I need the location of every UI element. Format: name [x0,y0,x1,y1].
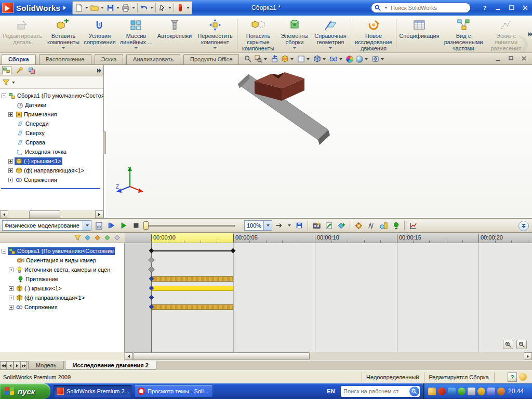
spring-button[interactable] [366,220,376,231]
tray-icon[interactable] [458,388,466,395]
tab-model[interactable]: Модель [28,361,64,370]
rebuild-button[interactable] [175,3,185,13]
tray-icon[interactable] [448,388,456,395]
study-type-combobox[interactable]: Физическое моделирование [2,220,91,231]
search-input[interactable] [391,5,467,11]
save-button[interactable] [105,3,115,13]
keypoint-icon[interactable] [149,248,154,254]
caret-icon[interactable] [339,58,342,60]
close-button[interactable] [522,4,529,11]
select-tool-button[interactable] [157,3,167,13]
edit-appearance-button[interactable] [345,54,354,64]
graphics-viewport[interactable]: Y Z [106,65,532,218]
timeline-row-assembly[interactable] [125,246,532,256]
ribbon-button-mates[interactable]: Условия сопряжения [82,16,117,52]
timeline-row-lights[interactable] [125,265,532,274]
playback-speed-combobox[interactable]: 100% [244,220,272,231]
solidworks-search-box[interactable] [371,3,471,13]
print-caret-icon[interactable] [132,7,135,9]
expand-toggle[interactable] [8,168,13,173]
language-indicator[interactable]: EN [324,388,338,394]
ribbon-button-new-motion-study[interactable]: Новое исследование движения [352,16,395,52]
timeline-row-mates[interactable] [125,302,532,312]
combo-caret-icon[interactable] [267,224,270,227]
filter-funnel-icon[interactable] [3,79,9,86]
dropdown-caret-icon[interactable] [292,47,297,49]
tray-icon[interactable] [497,388,505,395]
ribbon-button-show-hidden[interactable]: Погасить скрытые компоненты [238,16,278,52]
motion-item-orientation[interactable]: Ориентация и виды камер [0,256,124,265]
assembly-model[interactable] [234,68,338,148]
scroll-left-button[interactable] [0,210,8,218]
tree-item-top-plane[interactable]: Сверху [0,128,103,138]
undo-caret-icon[interactable] [150,7,153,9]
slider-thumb[interactable] [143,221,149,230]
view-settings-button[interactable] [370,54,386,64]
zoom-area-button[interactable] [254,54,269,64]
caret-icon[interactable] [290,58,294,60]
tab-layout[interactable]: Расположение [39,54,91,64]
taskbar-task-browser[interactable]: Просмотр темы - Soli... [135,385,212,397]
zoom-out-button[interactable] [516,340,527,349]
desktop-search-button[interactable] [409,387,419,396]
start-button[interactable]: пуск [0,383,50,399]
collapse-motion-panel-button[interactable] [518,221,529,231]
change-bar[interactable] [151,286,233,291]
tree-item-mates[interactable]: Сопряжения [0,175,103,184]
filter-caret-icon[interactable] [12,82,15,84]
brand-menu-caret-icon[interactable] [63,6,66,10]
caret-icon[interactable] [365,58,368,60]
filter-animated-icon[interactable] [84,234,91,241]
select-caret-icon[interactable] [168,7,171,9]
timeline-row-kryshki[interactable] [125,284,532,293]
scroll-right-button[interactable] [95,210,103,218]
new-document-button[interactable] [74,3,84,13]
motion-item-napravlyayushchaya[interactable]: (ф) направляющая<1> [0,293,124,302]
rebuild-caret-icon[interactable] [187,7,190,9]
tray-icon[interactable] [428,388,436,395]
tree-item-annotations[interactable]: Примечания [0,110,103,119]
tree-item-sensors[interactable]: Датчики [0,100,103,110]
filter-driving-icon[interactable] [94,234,101,241]
stop-button[interactable] [131,220,141,231]
save-animation-button[interactable] [294,220,304,231]
filter-results-icon[interactable] [114,234,121,241]
scroll-right-button[interactable] [524,352,532,360]
tree-item-front-plane[interactable]: Спереди [0,119,103,128]
help-button[interactable]: ? [481,4,488,11]
autokey-button[interactable] [324,220,334,231]
minimize-button[interactable] [495,4,502,11]
tab-sketch[interactable]: Эскиз [95,54,123,64]
panel-flyout-chevron-icon[interactable] [97,69,101,73]
change-bar[interactable] [151,304,233,310]
apply-scene-button[interactable] [355,54,370,64]
doc-minimize-button[interactable] [494,55,502,62]
tree-item-napravlyayushchaya[interactable]: (ф) направляющая<1> [0,166,103,175]
timeline-slider[interactable] [143,221,235,230]
feature-tree-hscrollbar[interactable] [0,210,103,218]
keypoint-icon[interactable] [149,267,154,272]
open-caret-icon[interactable] [101,7,104,9]
tree-item-kryshki[interactable]: (-) крышки<1> [0,156,103,166]
scroll-left-button[interactable] [125,352,133,360]
filter-selected-icon[interactable] [104,234,111,241]
motion-item-lights-cameras[interactable]: Источники света, камеры и сцен [0,265,124,274]
timeline-row-gravity[interactable] [125,274,532,284]
tab-scroll-left-button[interactable] [7,361,14,370]
dropdown-caret-icon[interactable] [328,47,332,49]
motion-item-mates[interactable]: Сопряжения [0,302,124,312]
tree-item-origin[interactable]: Исходная точка [0,147,103,156]
ribbon-button-smart-fasteners[interactable]: Автокрепежи [155,16,194,52]
tab-assembly[interactable]: Сборка [2,54,36,64]
undo-button[interactable] [139,3,149,13]
motion-item-assembly[interactable]: Сборка1 (По умолчанию<Состояние [0,246,124,256]
results-button[interactable] [408,220,418,231]
doc-close-button[interactable] [520,55,528,62]
expand-toggle[interactable] [8,112,13,117]
caret-icon[interactable] [323,58,326,60]
caret-icon[interactable] [264,58,267,60]
timeline-hscrollbar[interactable] [0,352,532,361]
dropdown-caret-icon[interactable] [134,47,138,49]
caret-icon[interactable] [381,58,384,60]
restore-button[interactable] [508,4,515,11]
